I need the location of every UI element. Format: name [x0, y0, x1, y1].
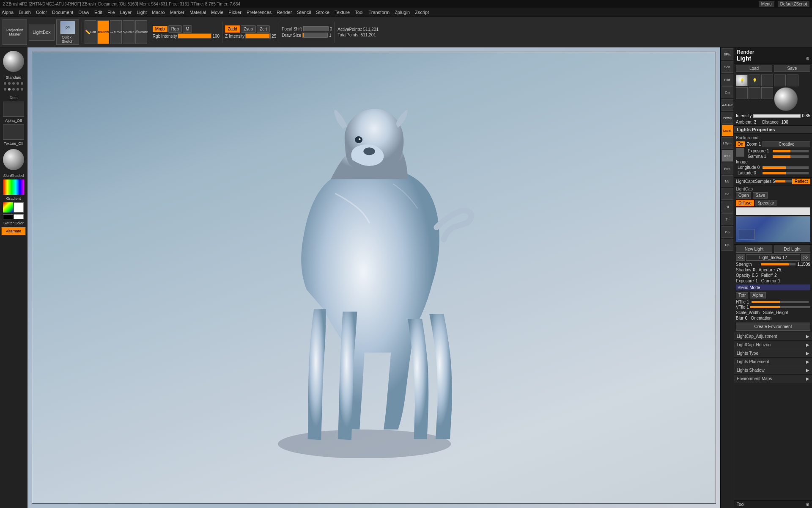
zsub-button[interactable]: Zsub — [241, 25, 256, 33]
menu-transform[interactable]: Transform — [368, 10, 390, 15]
menu-texture[interactable]: Texture — [335, 10, 350, 15]
menu-file[interactable]: File — [107, 10, 115, 15]
load-button[interactable]: Load — [736, 65, 772, 72]
blend-mode-bar[interactable]: Blend Mode — [736, 284, 810, 290]
light-icon-4[interactable] — [774, 75, 786, 86]
environment-maps-section[interactable]: Environment Maps ▶ — [734, 375, 812, 383]
menu-document[interactable]: Document — [52, 10, 73, 15]
scroll-button[interactable]: Scrl — [721, 61, 733, 73]
menu-tool[interactable]: Tool — [355, 10, 363, 15]
floor-button[interactable]: Flor — [721, 74, 733, 86]
lights-type-section[interactable]: Lights Type ▶ — [734, 349, 812, 358]
txtr-button[interactable]: Txtr — [736, 292, 748, 298]
scale-icon-button[interactable]: Sc — [721, 188, 733, 200]
light-sphere-preview[interactable] — [774, 87, 798, 111]
light-icon-6[interactable] — [736, 87, 748, 99]
lightbox-button[interactable]: LightBox — [29, 24, 55, 41]
standard-material-preview[interactable] — [3, 51, 24, 72]
menu-stencil[interactable]: Stencil — [297, 10, 311, 15]
on-button[interactable]: On — [736, 141, 745, 147]
persp-button[interactable]: Persp — [721, 112, 733, 124]
gradient-preview[interactable] — [3, 179, 24, 195]
viewport[interactable] — [32, 52, 716, 504]
menu-light[interactable]: Light — [137, 10, 147, 15]
lightcap-thumbnail[interactable] — [736, 216, 810, 242]
aahalf-button[interactable]: AAHalf — [721, 99, 733, 111]
light-icon-7[interactable] — [749, 87, 760, 99]
m-button[interactable]: M — [183, 25, 192, 33]
menu-brush[interactable]: Brush — [19, 10, 31, 15]
intensity-bar[interactable] — [753, 114, 800, 118]
menu-movie[interactable]: Movie — [211, 10, 223, 15]
htile-bar[interactable] — [752, 301, 809, 303]
default-zscript-button[interactable]: DefaultZScript — [778, 1, 809, 7]
menu-zscript[interactable]: Zscript — [415, 10, 429, 15]
quick-sketch-button[interactable]: QS QuickSketch — [56, 19, 79, 45]
edit-button[interactable]: ✏️Edit — [85, 20, 96, 44]
exposure-bar[interactable] — [773, 150, 809, 152]
canvas-area[interactable] — [27, 47, 720, 508]
menu-preferences[interactable]: Preferences — [247, 10, 272, 15]
lights-placement-section[interactable]: Lights Placement ▶ — [734, 358, 812, 366]
light-icon-2[interactable]: 💡 — [749, 75, 760, 86]
light-icon-3[interactable] — [761, 75, 773, 86]
save-button[interactable]: Save — [774, 65, 810, 72]
creative-button[interactable]: Creative — [763, 141, 810, 147]
rgb-button[interactable]: Rgb — [168, 25, 182, 33]
del-light-button[interactable]: Del Light — [774, 246, 810, 253]
local-button[interactable]: Local — [721, 124, 733, 136]
alpha-button[interactable]: Alpha — [750, 292, 766, 298]
latitude-bar[interactable] — [763, 172, 809, 174]
specular-button[interactable]: Specular — [755, 200, 776, 206]
menu-zplugin[interactable]: Zplugin — [395, 10, 410, 15]
menu-material[interactable]: Material — [189, 10, 206, 15]
dots-preview[interactable] — [3, 81, 24, 94]
zcrt-button[interactable]: Zcrt — [257, 25, 270, 33]
samples-bar[interactable] — [775, 180, 792, 182]
lights-shadow-section[interactable]: Lights Shadow ▶ — [734, 366, 812, 375]
scale-button[interactable]: ⤡Scale — [123, 20, 134, 44]
menu-edit[interactable]: Edit — [94, 10, 102, 15]
gamma-bar[interactable] — [773, 155, 809, 158]
ripose-button[interactable]: Rp — [721, 239, 733, 251]
lightcap-adjustment-section[interactable]: LightCap_Adjustment ▶ — [734, 332, 812, 341]
light-icon-8[interactable] — [761, 87, 773, 99]
menu-color[interactable]: Color — [36, 10, 47, 15]
alternate-button[interactable]: Alternate — [1, 227, 26, 235]
diffuse-button[interactable]: Diffuse — [736, 200, 754, 206]
lightcap-open-button[interactable]: Open — [736, 192, 751, 199]
menu-macro[interactable]: Macro — [152, 10, 165, 15]
longitude-bar[interactable] — [763, 166, 809, 169]
ghost-button[interactable]: Gh — [721, 226, 733, 238]
next-nav-button[interactable]: >> — [801, 254, 810, 261]
prev-nav-button[interactable]: << — [736, 254, 745, 261]
zadd-button[interactable]: Zadd — [225, 25, 240, 33]
spix-button[interactable]: SPix — [721, 48, 733, 60]
reflect-button[interactable]: Reflect — [792, 179, 810, 184]
light-icon-5[interactable] — [787, 75, 798, 86]
projection-master-button[interactable]: Projection Master — [3, 19, 27, 45]
menu-layer[interactable]: Layer — [120, 10, 132, 15]
move-button[interactable]: ↔Move — [110, 20, 122, 44]
color-swatches[interactable] — [3, 202, 24, 213]
alpha-off-preview[interactable] — [3, 102, 24, 117]
light-icon-1[interactable]: 💡 — [736, 75, 748, 86]
mrgb-button[interactable]: Mrgb — [153, 26, 167, 32]
menu-marker[interactable]: Marker — [170, 10, 184, 15]
texture-off-preview[interactable] — [3, 124, 24, 140]
new-light-button[interactable]: New Light — [736, 246, 772, 253]
transp-button[interactable]: Tr — [721, 213, 733, 225]
lightcap-save-button[interactable]: Save — [753, 192, 768, 199]
lsym-button[interactable]: LSym — [721, 137, 733, 149]
zoom-button[interactable]: Zm — [721, 86, 733, 98]
menu-draw[interactable]: Draw — [78, 10, 89, 15]
menu-picker[interactable]: Picker — [228, 10, 241, 15]
menu-button[interactable]: Menu — [759, 1, 774, 7]
create-environment-button[interactable]: Create Environment — [736, 323, 810, 331]
menu-stroke[interactable]: Stroke — [316, 10, 329, 15]
rotate-icon-button[interactable]: Rt — [721, 201, 733, 213]
strength-bar[interactable] — [761, 263, 796, 265]
rotate-button[interactable]: ↺Rotate — [135, 20, 147, 44]
frame-button[interactable]: Frm — [721, 163, 733, 174]
vtile-bar[interactable] — [750, 306, 810, 308]
